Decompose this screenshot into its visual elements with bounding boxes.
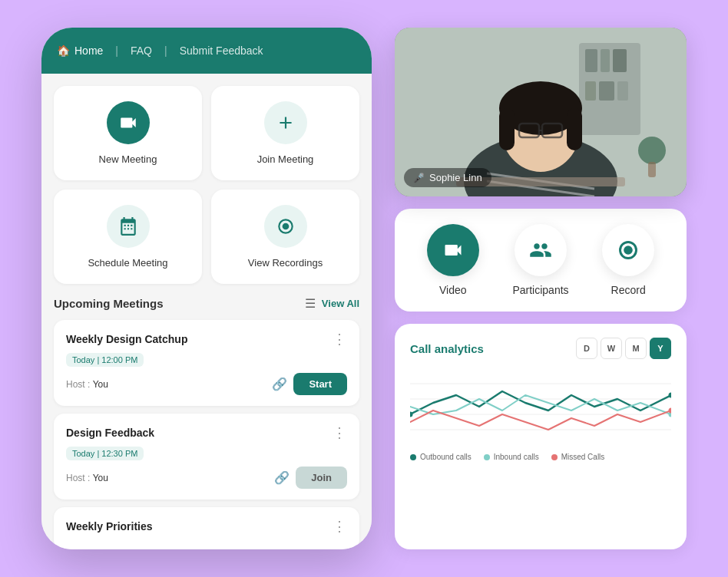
schedule-meeting-label: Schedule Meeting	[88, 257, 167, 269]
record-control-circle	[602, 224, 654, 276]
meeting-more-1[interactable]: ⋮	[333, 331, 347, 348]
new-meeting-label: New Meeting	[99, 153, 157, 165]
video-card: 🎤 Sophie Linn	[395, 28, 687, 196]
meeting-title-1: Weekly Design Catchup	[66, 333, 187, 345]
record-control[interactable]: Record	[602, 224, 654, 296]
analytics-chart	[410, 368, 671, 445]
participants-control-circle	[515, 224, 567, 276]
upcoming-title: Upcoming Meetings	[54, 297, 164, 310]
meeting-card-top-2: Design Feedback ⋮	[66, 424, 347, 441]
svg-rect-22	[648, 162, 656, 177]
meeting-host-1: Host : You	[66, 379, 108, 390]
start-button-1[interactable]: Start	[293, 373, 347, 395]
meeting-card-2: Design Feedback ⋮ Today | 12:30 PM Host …	[54, 414, 359, 500]
svg-rect-4	[585, 49, 597, 72]
nav-home-label: Home	[74, 45, 103, 57]
time-filter-y[interactable]: Y	[650, 338, 671, 359]
link-icon-1[interactable]: 🔗	[272, 377, 287, 391]
time-filters: D W M Y	[576, 338, 671, 359]
record-dot-icon	[276, 216, 296, 236]
meeting-more-3[interactable]: ⋮	[333, 518, 347, 535]
calendar-icon	[118, 216, 138, 236]
participant-name: Sophie Linn	[429, 172, 482, 183]
legend-label-missed: Missed Calls	[561, 453, 605, 461]
new-meeting-card[interactable]: New Meeting	[54, 86, 202, 180]
svg-rect-9	[617, 81, 628, 101]
nav-home[interactable]: 🏠 Home	[57, 45, 103, 57]
meeting-badge-1: Today | 12:00 PM	[66, 353, 144, 367]
meeting-card-3: Weekly Priorities ⋮	[54, 507, 359, 549]
chart-legend: Outbound calls Inbound calls Missed Call…	[410, 453, 671, 461]
svg-point-32	[669, 408, 672, 414]
video-name-tag: 🎤 Sophie Linn	[404, 168, 491, 187]
view-recordings-label: View Recordings	[248, 257, 323, 269]
legend-label-outbound: Outbound calls	[420, 453, 472, 461]
mic-icon: 🎤	[413, 173, 425, 183]
meeting-card-top-3: Weekly Priorities ⋮	[66, 518, 347, 535]
view-recordings-icon-circle	[264, 205, 307, 248]
svg-point-1	[282, 223, 289, 230]
meeting-title-2: Design Feedback	[66, 427, 154, 439]
meeting-actions-2: 🔗 Join	[274, 467, 347, 489]
link-icon-2[interactable]: 🔗	[274, 470, 290, 485]
analytics-header: Call analytics D W M Y	[410, 338, 671, 359]
meeting-card-top-1: Weekly Design Catchup ⋮	[66, 331, 347, 348]
meeting-card-1: Weekly Design Catchup ⋮ Today | 12:00 PM…	[54, 320, 359, 406]
legend-label-inbound: Inbound calls	[494, 453, 539, 461]
time-filter-d[interactable]: D	[576, 338, 597, 359]
svg-rect-7	[585, 81, 596, 101]
time-filter-m[interactable]: M	[625, 338, 647, 359]
nav-divider: |	[115, 45, 118, 57]
svg-rect-6	[613, 49, 627, 72]
svg-rect-5	[601, 49, 610, 72]
right-panel: 🎤 Sophie Linn Video Participants	[395, 28, 687, 549]
join-meeting-card[interactable]: Join Meeting	[211, 86, 359, 180]
nav-bar: 🏠 Home | FAQ | Submit Feedback	[41, 28, 372, 74]
filter-icon[interactable]: ☰	[305, 296, 316, 311]
meeting-host-row-2: Host : You 🔗 Join	[66, 467, 347, 489]
svg-point-24	[624, 246, 633, 255]
quick-actions-grid: New Meeting Join Meeting Schedule Me	[54, 86, 359, 284]
analytics-title: Call analytics	[410, 342, 484, 355]
legend-outbound: Outbound calls	[410, 453, 472, 461]
meeting-host-2: Host : You	[66, 473, 108, 483]
legend-dot-outbound	[410, 454, 416, 460]
section-header-right: ☰ View All	[305, 296, 359, 311]
schedule-meeting-card[interactable]: Schedule Meeting	[54, 190, 202, 284]
record-icon	[617, 239, 639, 261]
legend-dot-missed	[551, 454, 558, 460]
participants-control[interactable]: Participants	[512, 224, 568, 296]
join-meeting-icon-circle	[264, 101, 307, 144]
meeting-badge-2: Today | 12:30 PM	[66, 447, 144, 460]
svg-point-21	[638, 137, 666, 164]
legend-dot-inbound	[484, 454, 490, 460]
legend-missed: Missed Calls	[551, 453, 605, 461]
nav-faq[interactable]: FAQ	[131, 45, 152, 57]
legend-inbound: Inbound calls	[484, 453, 539, 461]
nav-divider2: |	[164, 45, 167, 57]
svg-rect-13	[499, 108, 515, 150]
svg-rect-8	[599, 81, 614, 101]
video-camera-icon	[118, 113, 138, 133]
meeting-host-row-1: Host : You 🔗 Start	[66, 373, 347, 395]
controls-card: Video Participants Record	[395, 209, 687, 312]
video-icon	[442, 239, 464, 261]
meeting-actions-1: 🔗 Start	[272, 373, 347, 395]
video-control[interactable]: Video	[427, 224, 479, 296]
view-all-button[interactable]: View All	[322, 298, 359, 309]
nav-submit-feedback[interactable]: Submit Feedback	[180, 45, 263, 57]
chart-area	[410, 368, 671, 445]
join-button-2[interactable]: Join	[296, 467, 347, 489]
meeting-more-2[interactable]: ⋮	[333, 424, 347, 441]
new-meeting-icon-circle	[107, 101, 150, 144]
view-recordings-card[interactable]: View Recordings	[211, 190, 359, 284]
participants-icon	[529, 239, 552, 262]
video-control-circle	[427, 224, 479, 276]
upcoming-section-header: Upcoming Meetings ☰ View All	[54, 296, 359, 311]
time-filter-w[interactable]: W	[601, 338, 622, 359]
plus-icon	[276, 113, 296, 133]
meeting-title-3: Weekly Priorities	[66, 520, 153, 532]
home-icon: 🏠	[57, 45, 70, 57]
phone-container: 🏠 Home | FAQ | Submit Feedback New Meeti…	[41, 28, 372, 549]
record-control-label: Record	[611, 284, 646, 296]
